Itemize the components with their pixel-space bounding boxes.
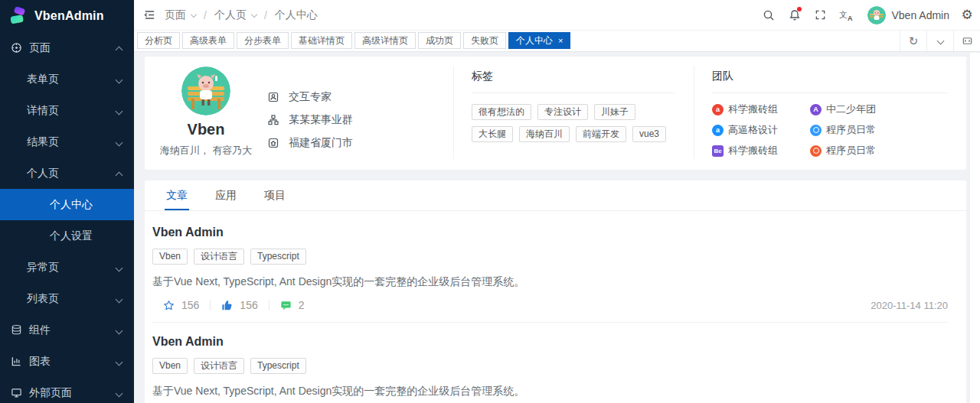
team-name: 程序员日常 — [826, 123, 876, 137]
sidebar-item-label: 结果页 — [27, 135, 59, 149]
team-name: 科学搬砖组 — [728, 102, 778, 116]
tab-fail-page[interactable]: 失败页 — [463, 32, 506, 49]
profile-detail-row: 福建省厦门市 — [267, 132, 353, 154]
sidebar-item-label: 图表 — [29, 355, 51, 369]
breadcrumb-separator — [204, 9, 207, 21]
star-count: 156 — [181, 299, 199, 311]
team-item[interactable]: 程序员日常 — [810, 144, 948, 158]
tag-chip[interactable]: 设计语言 — [194, 358, 244, 374]
article-tags: Vben 设计语言 Typescript — [152, 249, 948, 265]
sidebar-item-personal-page[interactable]: 个人页 — [0, 158, 134, 189]
sidebar-item-result-page[interactable]: 结果页 — [0, 126, 134, 158]
user-menu[interactable]: Vben Admin — [860, 6, 955, 24]
tag-chip[interactable]: Typescript — [250, 358, 306, 374]
tab-close-icon[interactable] — [558, 36, 563, 45]
notification-dot — [797, 7, 802, 11]
tag-chip[interactable]: 大长腿 — [472, 126, 513, 142]
tag-chip[interactable]: vue3 — [632, 126, 666, 142]
tab-analysis[interactable]: 分析页 — [137, 32, 180, 49]
sidebar-item-external-pages[interactable]: 外部页面 — [0, 377, 134, 403]
top-header: 页面 个人页 个人中心 — [134, 0, 980, 31]
tags-panel: 标签 很有想法的 专注设计 川妹子 大长腿 海纳百川 前端开发 vue3 — [453, 57, 694, 170]
content-tabs: 文章 应用 项目 — [145, 180, 966, 211]
sidebar-item-label: 异常页 — [27, 261, 59, 275]
team-item[interactable]: a 科学搬砖组 — [712, 102, 810, 116]
breadcrumb-item-personal[interactable]: 个人页 — [214, 8, 264, 22]
team-item[interactable]: a 高逼格设计 — [712, 123, 810, 137]
comment-count: 2 — [299, 299, 305, 311]
tab-personal-center[interactable]: 个人中心 — [508, 32, 570, 49]
tab-options-button[interactable] — [926, 31, 953, 51]
content-scrollbar[interactable] — [969, 53, 980, 403]
comment-stat[interactable]: 2 — [280, 299, 305, 311]
tag-chip[interactable]: Vben — [152, 249, 188, 265]
sidebar-item-personal-center[interactable]: 个人中心 — [0, 189, 134, 220]
stat-divider — [269, 300, 270, 310]
sidebar-item-label: 表单页 — [27, 73, 59, 86]
tab-advanced-form[interactable]: 高级表单 — [182, 32, 234, 49]
language-button[interactable]: 文A — [834, 0, 860, 31]
tag-chip[interactable]: 海纳百川 — [519, 126, 570, 142]
notifications-button[interactable] — [782, 0, 808, 31]
tag-chip[interactable]: 川妹子 — [594, 104, 635, 120]
tag-chip[interactable]: Typescript — [250, 249, 306, 265]
profile-card: Vben 海纳百川， 有容乃大 交互专家 — [145, 57, 966, 170]
tab-projects[interactable]: 项目 — [263, 180, 287, 210]
like-stat[interactable]: 156 — [221, 299, 257, 311]
star-stat[interactable]: 156 — [163, 299, 199, 311]
breadcrumb-item-pages[interactable]: 页面 — [165, 8, 204, 22]
article-description: 基于Vue Next, TypeScript, Ant Design实现的一套完… — [152, 385, 948, 398]
message-icon — [280, 300, 292, 311]
chevron-down-icon — [116, 76, 123, 84]
article-footer: 156 156 — [152, 299, 948, 311]
team-item[interactable]: 程序员日常 — [810, 123, 948, 137]
article-title[interactable]: Vben Admin — [152, 211, 948, 239]
team-name: 科学搬砖组 — [728, 144, 778, 158]
content-fullscreen-button[interactable] — [953, 31, 980, 51]
sidebar-item-pages[interactable]: 页面 — [0, 32, 134, 63]
sidebar-item-detail-page[interactable]: 详情页 — [0, 95, 134, 126]
idcard-icon — [267, 91, 279, 103]
team-name: 中二少年团 — [826, 102, 876, 116]
chevron-up-icon — [116, 47, 123, 54]
tags-list: 很有想法的 专注设计 川妹子 大长腿 海纳百川 前端开发 vue3 — [472, 104, 675, 142]
search-button[interactable] — [756, 0, 782, 31]
menu-fold-icon — [143, 8, 156, 21]
tab-success-page[interactable]: 成功页 — [418, 32, 461, 49]
sidebar-item-personal-settings[interactable]: 个人设置 — [0, 220, 134, 252]
tag-chip[interactable]: 设计语言 — [194, 249, 244, 265]
tab-step-form[interactable]: 分步表单 — [237, 32, 289, 49]
tag-chip[interactable]: 专注设计 — [537, 104, 588, 120]
settings-button[interactable]: ⚙ — [954, 0, 980, 31]
refresh-tab-button[interactable]: ↻ — [900, 31, 926, 51]
team-badge-icon: a — [712, 125, 724, 136]
profile-detail-text: 某某某事业群 — [289, 113, 353, 127]
sidebar-item-exception-page[interactable]: 异常页 — [0, 252, 134, 283]
sidebar-item-label: 个人页 — [27, 167, 59, 180]
sidebar-fold-button[interactable] — [134, 0, 165, 31]
sidebar-item-label: 列表页 — [27, 292, 59, 306]
sidebar-item-components[interactable]: 组件 — [0, 314, 134, 346]
stat-divider — [210, 300, 211, 310]
fullscreen-button[interactable] — [808, 0, 834, 31]
sidebar-item-charts[interactable]: 图表 — [0, 346, 134, 377]
tab-advanced-detail[interactable]: 高级详情页 — [354, 32, 416, 49]
tag-chip[interactable]: Vben — [152, 358, 188, 374]
app-logo[interactable]: VbenAdmin — [0, 0, 134, 32]
tab-articles[interactable]: 文章 — [165, 180, 189, 210]
team-item[interactable]: A 中二少年团 — [810, 102, 948, 116]
sidebar-item-list-page[interactable]: 列表页 — [0, 283, 134, 314]
tag-chip[interactable]: 前端开发 — [576, 126, 626, 142]
article-description: 基于Vue Next, TypeScript, Ant Design实现的一套完… — [152, 275, 948, 289]
tab-label: 高级详情页 — [362, 34, 408, 47]
tab-basic-detail[interactable]: 基础详情页 — [291, 32, 352, 49]
team-item[interactable]: Be 科学搬砖组 — [712, 144, 810, 158]
like-count: 156 — [240, 299, 257, 311]
app-root: VbenAdmin 页面 表单页 详情页 结果页 — [0, 0, 980, 403]
tag-chip[interactable]: 很有想法的 — [472, 104, 531, 120]
page-content: Vben 海纳百川， 有容乃大 交互专家 — [134, 52, 980, 403]
sidebar-item-form-page[interactable]: 表单页 — [0, 63, 134, 95]
tab-applications[interactable]: 应用 — [214, 180, 238, 210]
article-title[interactable]: Vben Admin — [152, 323, 948, 349]
profile-detail-row: 交互专家 — [267, 86, 353, 109]
